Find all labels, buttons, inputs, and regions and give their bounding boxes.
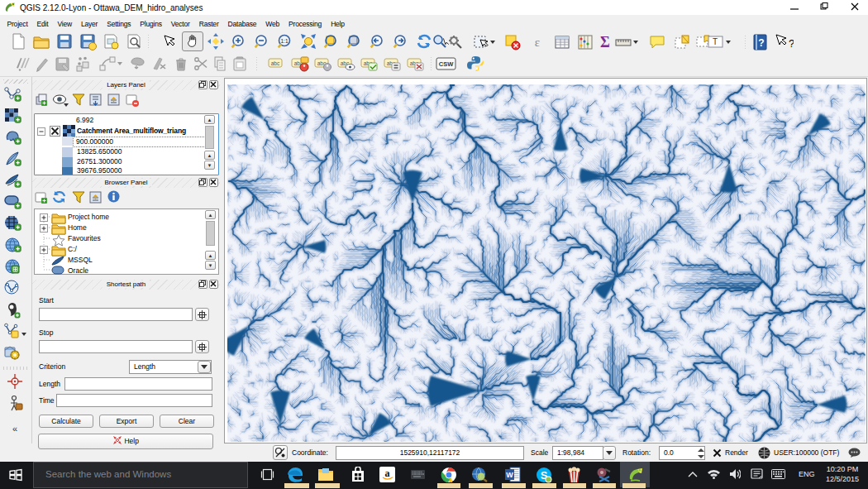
svg-text:a: a: [385, 467, 390, 479]
svg-text:T: T: [713, 37, 718, 46]
svg-text:Σ: Σ: [600, 34, 610, 50]
svg-text:abc: abc: [271, 60, 280, 66]
svg-text:ε: ε: [535, 36, 540, 49]
svg-text:?: ?: [758, 37, 764, 49]
svg-text:?: ?: [789, 37, 794, 50]
svg-text:W: W: [506, 471, 513, 479]
svg-text:«: «: [12, 424, 17, 434]
svg-text:CSW: CSW: [439, 60, 454, 68]
svg-text:1:1: 1:1: [280, 37, 288, 43]
